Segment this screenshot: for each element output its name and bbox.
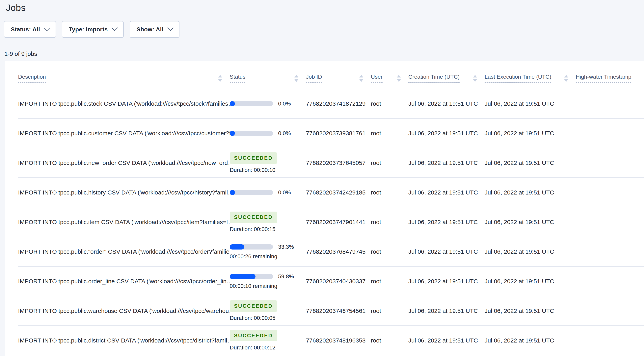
- last-execution-time-cell: Jul 06, 2022 at 19:51 UTC: [484, 189, 576, 196]
- creation-time-cell: Jul 06, 2022 at 19:51 UTC: [408, 307, 484, 314]
- last-execution-time-cell: Jul 06, 2022 at 19:51 UTC: [484, 337, 576, 344]
- table-row: IMPORT INTO tpcc.public.warehouse CSV DA…: [18, 296, 644, 326]
- job-id-cell: 776820203740430337: [306, 278, 371, 285]
- creation-time-cell: Jul 06, 2022 at 19:51 UTC: [408, 337, 484, 344]
- job-status-cell: 0.0%: [230, 189, 306, 196]
- creation-time-cell: Jul 06, 2022 at 19:51 UTC: [408, 278, 484, 285]
- type-filter-label: Type: Imports: [69, 26, 108, 33]
- job-description-link[interactable]: IMPORT INTO tpcc.public.customer CSV DAT…: [18, 130, 230, 137]
- job-id-cell: 776820203737645057: [306, 160, 371, 166]
- progress-bar-track: [230, 131, 273, 136]
- column-header-high-water-timestamp[interactable]: High-water Timestamp: [576, 61, 644, 89]
- sort-asc-icon: [564, 75, 568, 78]
- column-header-label: Status: [230, 74, 245, 83]
- table-row: IMPORT INTO tpcc.public.new_order CSV DA…: [18, 148, 644, 178]
- status-block: 59.8%00:00:10 remaining: [230, 273, 306, 289]
- jobs-page: Jobs Status: All Type: Imports Show: All…: [0, 0, 644, 356]
- sort-desc-icon: [397, 79, 401, 82]
- progress-percent: 0.0%: [278, 189, 291, 196]
- user-cell: root: [371, 100, 408, 107]
- job-description-link[interactable]: IMPORT INTO tpcc.public.history CSV DATA…: [18, 189, 230, 196]
- creation-time-cell: Jul 06, 2022 at 19:51 UTC: [408, 100, 484, 107]
- progress-bar-track: [230, 274, 273, 279]
- column-header-label: High-water Timestamp: [576, 74, 631, 83]
- column-header-last-execution-time[interactable]: Last Execution Time (UTC): [484, 61, 576, 89]
- filter-bar: Status: All Type: Imports Show: All: [4, 21, 644, 38]
- job-id-cell: 776820203748196353: [306, 337, 371, 344]
- job-description-link[interactable]: IMPORT INTO tpcc.public.order_line CSV D…: [18, 278, 230, 285]
- sort-desc-icon: [359, 79, 363, 82]
- job-id-cell: 776820203741872129: [306, 100, 371, 107]
- job-status-cell: SUCCEEDEDDuration: 00:00:05: [230, 300, 306, 321]
- jobs-table: DescriptionStatusJob IDUserCreation Time…: [5, 61, 644, 356]
- status-badge: SUCCEEDED: [230, 330, 277, 341]
- time-remaining: 00:00:10 remaining: [230, 283, 306, 289]
- creation-time-cell: Jul 06, 2022 at 19:51 UTC: [408, 219, 484, 225]
- job-description-link[interactable]: IMPORT INTO tpcc.public.warehouse CSV DA…: [18, 307, 230, 314]
- progress-bar-track: [230, 244, 273, 249]
- status-block: SUCCEEDEDDuration: 00:00:12: [230, 330, 306, 351]
- sort-desc-icon: [218, 79, 222, 82]
- progress-bar-track: [230, 101, 273, 106]
- progress-bar-fill: [230, 131, 235, 136]
- user-cell: root: [371, 307, 408, 314]
- table-row: IMPORT INTO tpcc.public.order_line CSV D…: [18, 267, 644, 296]
- progress-line: 0.0%: [230, 189, 306, 196]
- user-cell: root: [371, 278, 408, 285]
- type-filter-dropdown[interactable]: Type: Imports: [62, 21, 124, 38]
- column-header-user[interactable]: User: [371, 61, 408, 89]
- last-execution-time-cell: Jul 06, 2022 at 19:51 UTC: [484, 307, 576, 314]
- status-block: SUCCEEDEDDuration: 00:00:15: [230, 212, 306, 232]
- status-filter-label: Status: All: [11, 26, 40, 33]
- show-filter-dropdown[interactable]: Show: All: [130, 21, 180, 38]
- sort-asc-icon: [294, 75, 298, 78]
- progress-bar-fill: [230, 274, 256, 279]
- chevron-down-icon: [44, 25, 50, 31]
- progress-line: 0.0%: [230, 130, 306, 137]
- user-cell: root: [371, 189, 408, 196]
- last-execution-time-cell: Jul 06, 2022 at 19:51 UTC: [484, 130, 576, 137]
- job-status-cell: 33.3%00:00:26 remaining: [230, 244, 306, 260]
- page-title: Jobs: [6, 3, 644, 13]
- user-cell: root: [371, 130, 408, 137]
- job-status-cell: 0.0%: [230, 101, 306, 107]
- sort-arrows-icon: [218, 75, 222, 82]
- job-description-link[interactable]: IMPORT INTO tpcc.public.item CSV DATA ('…: [18, 219, 230, 225]
- progress-line: 0.0%: [230, 101, 306, 107]
- column-header-label: Creation Time (UTC): [408, 74, 460, 83]
- column-header-creation-time[interactable]: Creation Time (UTC): [408, 61, 484, 89]
- progress-line: 59.8%: [230, 273, 306, 280]
- job-description-link[interactable]: IMPORT INTO tpcc.public."order" CSV DATA…: [18, 248, 230, 255]
- column-header-description[interactable]: Description: [18, 61, 230, 89]
- user-cell: root: [371, 337, 408, 344]
- sort-arrows-icon: [397, 75, 401, 82]
- show-filter-label: Show: All: [136, 26, 164, 33]
- column-header-status[interactable]: Status: [230, 61, 306, 89]
- progress-bar-track: [230, 190, 273, 195]
- jobs-count: 1-9 of 9 jobs: [4, 51, 644, 57]
- last-execution-time-cell: Jul 06, 2022 at 19:51 UTC: [484, 278, 576, 285]
- sort-asc-icon: [218, 75, 222, 78]
- job-description-link[interactable]: IMPORT INTO tpcc.public.district CSV DAT…: [18, 337, 230, 344]
- table-row: IMPORT INTO tpcc.public.history CSV DATA…: [18, 178, 644, 207]
- job-status-cell: 0.0%: [230, 130, 306, 137]
- job-description-link[interactable]: IMPORT INTO tpcc.public.new_order CSV DA…: [18, 160, 230, 166]
- job-id-cell: 776820203747901441: [306, 219, 371, 225]
- user-cell: root: [371, 248, 408, 255]
- creation-time-cell: Jul 06, 2022 at 19:51 UTC: [408, 248, 484, 255]
- sort-desc-icon: [294, 79, 298, 82]
- status-badge: SUCCEEDED: [230, 212, 277, 223]
- status-block: 0.0%: [230, 189, 306, 196]
- column-header-label: Job ID: [306, 74, 322, 83]
- progress-percent: 0.0%: [278, 130, 291, 137]
- status-badge: SUCCEEDED: [230, 152, 277, 164]
- job-duration: Duration: 00:00:10: [230, 167, 306, 173]
- job-description-link[interactable]: IMPORT INTO tpcc.public.stock CSV DATA (…: [18, 100, 230, 107]
- job-status-cell: SUCCEEDEDDuration: 00:00:15: [230, 212, 306, 232]
- table-body: IMPORT INTO tpcc.public.stock CSV DATA (…: [18, 89, 644, 355]
- table-row: IMPORT INTO tpcc.public.item CSV DATA ('…: [18, 207, 644, 237]
- progress-bar-fill: [230, 190, 235, 195]
- status-filter-dropdown[interactable]: Status: All: [4, 21, 56, 38]
- column-header-job-id[interactable]: Job ID: [306, 61, 371, 89]
- table-header-row: DescriptionStatusJob IDUserCreation Time…: [18, 61, 644, 89]
